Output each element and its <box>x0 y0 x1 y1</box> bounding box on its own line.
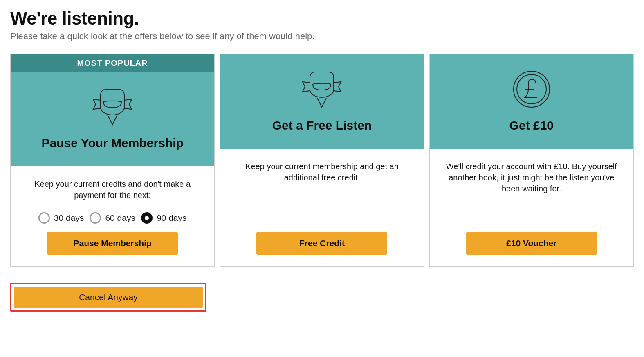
radio-option-60[interactable]: 60 days <box>90 212 135 224</box>
pause-duration-options: 30 days 60 days 90 days <box>25 212 200 224</box>
card-title-free: Get a Free Listen <box>272 119 372 132</box>
card-header-voucher: Get £10 <box>430 54 633 149</box>
radio-option-90[interactable]: 90 days <box>141 212 187 224</box>
card-desc-voucher: We'll credit your account with £10. Buy … <box>444 161 619 194</box>
radio-label: 30 days <box>54 213 84 223</box>
radio-icon <box>141 212 153 224</box>
card-header-pause: Pause Your Membership <box>11 72 214 166</box>
card-desc-pause: Keep your current credits and don't make… <box>25 179 200 201</box>
free-credit-button[interactable]: Free Credit <box>256 232 387 255</box>
radio-label: 60 days <box>105 213 135 223</box>
offer-cards: MOST POPULAR Pause Your Membership Keep … <box>10 54 634 267</box>
pound-coin-icon <box>511 67 552 110</box>
radio-icon <box>38 212 50 224</box>
card-title-voucher: Get £10 <box>509 119 554 132</box>
offer-card-pause: MOST POPULAR Pause Your Membership Keep … <box>10 54 215 267</box>
card-title-pause: Pause Your Membership <box>41 136 183 150</box>
offer-card-free-listen: Get a Free Listen Keep your current memb… <box>220 54 424 267</box>
ribbon-badge-icon <box>90 85 135 128</box>
radio-icon <box>90 212 101 224</box>
ribbon-badge-icon <box>299 67 344 110</box>
page-subtitle: Please take a quick look at the offers b… <box>10 31 634 42</box>
radio-label: 90 days <box>157 213 187 223</box>
card-body-free: Keep your current membership and get an … <box>220 149 424 266</box>
radio-option-30[interactable]: 30 days <box>38 212 84 224</box>
card-header-free: Get a Free Listen <box>220 54 424 149</box>
offer-card-voucher: Get £10 We'll credit your account with £… <box>429 54 634 267</box>
card-body-voucher: We'll credit your account with £10. Buy … <box>430 149 633 266</box>
pause-membership-button[interactable]: Pause Membership <box>47 232 178 255</box>
voucher-button[interactable]: £10 Voucher <box>466 232 597 255</box>
cancel-anyway-button[interactable]: Cancel Anyway <box>14 287 203 308</box>
cancel-highlight-box: Cancel Anyway <box>10 283 206 312</box>
page-title: We're listening. <box>10 8 634 29</box>
popular-badge: MOST POPULAR <box>11 54 214 72</box>
card-desc-free: Keep your current membership and get an … <box>235 161 409 183</box>
card-body-pause: Keep your current credits and don't make… <box>11 166 214 266</box>
